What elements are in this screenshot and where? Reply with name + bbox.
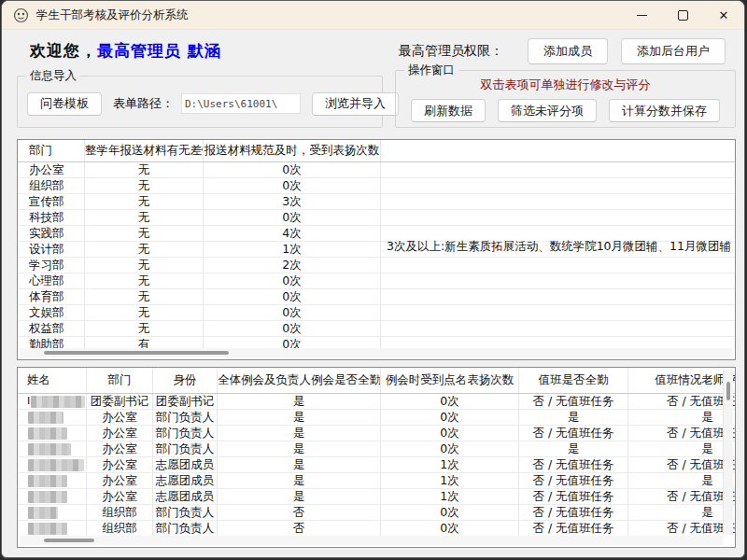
table-cell[interactable]: 宣传部 (18, 194, 85, 209)
table-cell[interactable]: 0次 (204, 162, 381, 177)
table-cell[interactable]: 3次 (204, 194, 381, 209)
table-cell[interactable]: 是 (628, 441, 735, 456)
table-cell[interactable]: 是 (628, 505, 735, 520)
table-cell[interactable]: 部门负责人 (153, 426, 218, 441)
table-row[interactable]: 学习部无2次 (18, 258, 735, 273)
table-cell[interactable]: 2次 (204, 258, 381, 273)
table-cell[interactable]: 4次 (204, 226, 381, 241)
scrollbar-thumb[interactable] (44, 539, 94, 542)
table-row[interactable]: 权益部无0次 (18, 321, 735, 337)
table-cell[interactable]: 组织部 (87, 505, 153, 520)
column-header[interactable]: 报送材料规范及时，受到表扬次数 (204, 140, 381, 161)
table-cell[interactable]: 设计部 (18, 242, 85, 257)
column-header[interactable]: 值班是否全勤 (519, 368, 628, 393)
redacted-name-cell[interactable] (18, 441, 87, 456)
redacted-name-cell[interactable] (18, 521, 87, 536)
add-member-button[interactable]: 添加成员 (528, 38, 608, 64)
minimize-button[interactable] (621, 1, 662, 29)
table-cell[interactable]: 1次 (204, 242, 381, 257)
table-row[interactable]: 办公室部门负责人是0次否 / 无值班任务否 / 无值班任务 (18, 426, 735, 441)
column-header[interactable]: 值班情况老师评价是 (628, 368, 735, 393)
redacted-name-cell[interactable] (18, 489, 87, 504)
table-cell[interactable]: 无 (85, 321, 204, 336)
table-cell[interactable]: 否 / 无值班任务 (628, 394, 735, 409)
table-cell[interactable]: 否 / 无值班任务 (519, 489, 628, 504)
redacted-name-cell[interactable] (18, 410, 87, 425)
table-cell[interactable]: 无 (85, 289, 204, 304)
table-row[interactable]: 办公室志愿团成员是1次否 / 无值班任务否 / 无值班任务 (18, 489, 735, 505)
table-cell[interactable]: 0次 (204, 178, 381, 193)
table-cell[interactable]: 0次 (204, 273, 381, 288)
table-cell[interactable]: 部门负责人 (153, 505, 218, 520)
add-admin-user-button[interactable]: 添加后台用户 (621, 38, 726, 64)
table-cell[interactable]: 0次 (381, 394, 519, 409)
table-cell[interactable]: 是 (519, 410, 628, 425)
table-cell[interactable]: 是 (628, 410, 735, 425)
table-cell[interactable]: 组织部 (87, 521, 153, 536)
table-cell[interactable]: 无 (85, 242, 204, 257)
table-cell[interactable]: 体育部 (18, 289, 85, 304)
table-cell[interactable]: 是 (628, 473, 735, 488)
table-cell[interactable]: 部门负责人 (153, 441, 218, 456)
table-row[interactable]: I团委副书记团委副书记是0次否 / 无值班任务否 / 无值班任务 (18, 394, 735, 410)
table-cell[interactable]: 否 / 无值班任务 (628, 521, 735, 536)
table-cell[interactable]: 0次 (204, 289, 381, 304)
column-header[interactable]: 姓名 (18, 368, 87, 393)
titlebar[interactable]: 学生干部考核及评价分析系统 ✕ (2, 1, 744, 30)
horizontal-scrollbar[interactable] (20, 536, 723, 545)
table-cell[interactable]: 是 (218, 394, 381, 409)
table-cell[interactable]: 无 (85, 210, 204, 225)
table-row[interactable]: 组织部部门负责人否0次否 / 无值班任务是 (18, 505, 735, 521)
table-cell[interactable]: 0次 (204, 337, 381, 348)
table-cell[interactable]: 否 / 无值班任务 (519, 457, 628, 472)
table-cell[interactable]: 是 (218, 457, 381, 472)
questionnaire-template-button[interactable]: 问卷模板 (27, 92, 102, 116)
table-cell[interactable]: 0次 (204, 210, 381, 225)
table-cell[interactable]: 无 (85, 258, 204, 273)
table-cell[interactable]: 办公室 (18, 162, 85, 177)
column-header[interactable]: 部门 (87, 368, 153, 393)
table-cell[interactable]: 办公室 (87, 473, 153, 488)
table-cell[interactable]: 0次 (381, 426, 519, 441)
table-cell[interactable]: 无 (85, 178, 204, 193)
praise-detail-note[interactable]: 3次及以上:新生素质拓展活动、数统学院10月微团辅、11月微团辅、12 (384, 239, 733, 254)
table-cell[interactable]: 否 / 无值班任务 (519, 473, 628, 488)
redacted-name-cell[interactable] (18, 473, 87, 488)
form-path-input[interactable] (181, 93, 301, 114)
table-cell[interactable]: 1次 (381, 473, 519, 488)
table-row[interactable]: 办公室志愿团成员是1次否 / 无值班任务是 (18, 473, 735, 489)
table-cell[interactable]: 无 (85, 162, 204, 177)
vertical-scrollbar[interactable] (723, 370, 733, 535)
calculate-save-button[interactable]: 计算分数并保存 (609, 99, 720, 122)
table-row[interactable]: 体育部无0次 (18, 289, 735, 305)
table-cell[interactable]: 否 / 无值班任务 (628, 426, 735, 441)
table-cell[interactable]: 办公室 (87, 441, 153, 456)
refresh-data-button[interactable]: 刷新数据 (411, 99, 486, 122)
table-cell[interactable]: 办公室 (87, 410, 153, 425)
table-cell[interactable]: 否 / 无值班任务 (519, 394, 628, 409)
table-row[interactable]: 组织部部门负责人否0次否 / 无值班任务否 / 无值班任务 (18, 521, 735, 536)
table-cell[interactable]: 学习部 (18, 258, 85, 273)
maximize-button[interactable] (662, 1, 703, 29)
table-cell[interactable]: 无 (85, 305, 204, 320)
table-cell[interactable]: 志愿团成员 (153, 489, 218, 504)
redacted-name-cell[interactable] (18, 505, 87, 520)
table-cell[interactable]: 勤助部 (18, 337, 85, 348)
table-cell[interactable]: 否 / 无值班任务 (519, 521, 628, 536)
scrollbar-thumb[interactable] (44, 351, 229, 355)
table-row[interactable]: 宣传部无3次 (18, 194, 735, 210)
table-cell[interactable]: 否 / 无值班任务 (519, 505, 628, 520)
table-cell[interactable]: 办公室 (87, 426, 153, 441)
table-cell[interactable]: 组织部 (18, 178, 85, 193)
table-cell[interactable]: 文娱部 (18, 305, 85, 320)
table-cell[interactable]: 1次 (381, 457, 519, 472)
table-cell[interactable]: 办公室 (87, 489, 153, 504)
table-cell[interactable]: 部门负责人 (153, 521, 218, 536)
redacted-name-cell[interactable]: I (18, 394, 87, 409)
table-cell[interactable]: 是 (218, 473, 381, 488)
column-header[interactable]: 部门 (18, 140, 85, 161)
table-cell[interactable]: 0次 (381, 441, 519, 456)
redacted-name-cell[interactable] (18, 426, 87, 441)
table-row[interactable]: 心理部无0次 (18, 273, 735, 289)
table-cell[interactable]: 办公室 (87, 457, 153, 472)
